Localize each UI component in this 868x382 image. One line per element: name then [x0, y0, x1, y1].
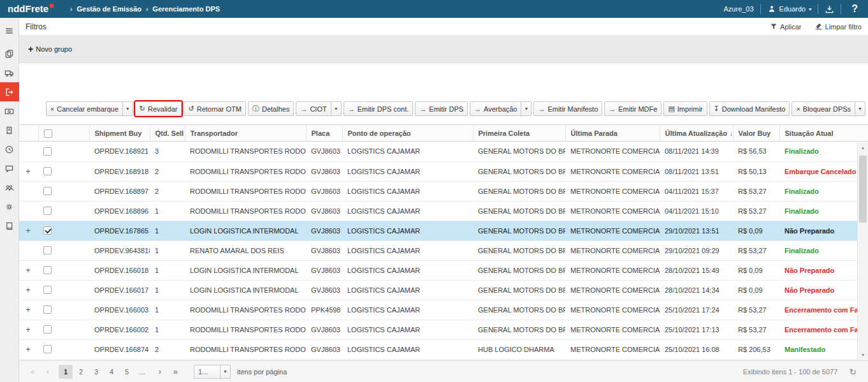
sidebar-item-mensagens[interactable] [0, 159, 19, 178]
expand-row-icon[interactable]: + [24, 265, 32, 275]
apply-filter-button[interactable]: Aplicar [770, 23, 802, 31]
next-page-button[interactable]: › [153, 365, 167, 379]
last-page-button[interactable]: » [168, 365, 182, 379]
imprimir-button[interactable]: ▤ Imprimir [663, 101, 707, 116]
chevron-down-icon[interactable]: ▼ [122, 102, 133, 115]
cell-transportador: LOGIN LOGISTICA INTERMODAL [185, 260, 306, 280]
revalidar-button[interactable]: ↻ Revalidar [135, 101, 182, 116]
table-row[interactable]: + OPRDEV.168897 2 RODOMILLI TRANSPORTES … [19, 181, 857, 201]
table-row[interactable]: + OPRDEV.168918 2 RODOMILLI TRANSPORTES … [19, 161, 857, 181]
page-number-button[interactable]: 5 [120, 365, 134, 379]
retornar-otm-button[interactable]: ↺ Retornar OTM [184, 101, 246, 116]
row-checkbox[interactable] [43, 147, 52, 156]
page-number-button[interactable]: 1 [59, 365, 73, 379]
emitir-dps-cont-button[interactable]: → Emitir DPS cont. [344, 101, 414, 116]
clear-filter-button[interactable]: Limpar filtro [814, 22, 862, 31]
expand-row-icon[interactable]: + [24, 226, 32, 235]
expand-row-icon[interactable]: + [24, 305, 32, 314]
col-primeira-coleta[interactable]: Primeira Coleta [473, 125, 565, 142]
download-manifesto-button[interactable]: ↧ Download Manifesto [709, 101, 790, 116]
row-checkbox[interactable] [43, 325, 52, 334]
sidebar-item-frota[interactable] [0, 63, 19, 82]
row-checkbox[interactable] [43, 187, 52, 195]
scroll-down-icon[interactable]: ▼ [858, 349, 868, 360]
sidebar-item-pagamentos[interactable] [0, 101, 19, 121]
table-row[interactable]: + OPRDEV.96438180 1 RENATO AMARAL DOS RE… [19, 240, 857, 260]
chevron-down-icon[interactable]: ▼ [855, 102, 865, 115]
cell-placa: GVJ8603 [306, 161, 342, 181]
first-page-button[interactable]: « [25, 365, 40, 379]
sidebar-item-usuarios[interactable] [0, 178, 19, 197]
row-checkbox[interactable] [43, 286, 52, 294]
table-row[interactable]: + OPRDEV.166002 1 RODOMILLI TRANSPORTES … [19, 320, 857, 339]
col-transportador[interactable]: Transportador [185, 125, 306, 142]
sidebar-menu-toggle[interactable] [0, 21, 19, 40]
cell-situacao-atual: Encerramento com Falha [779, 300, 857, 320]
page-number-button[interactable]: 3 [89, 365, 103, 379]
chevron-down-icon[interactable]: ▼ [331, 102, 341, 115]
page-number-button[interactable]: 4 [105, 365, 119, 379]
row-checkbox[interactable] [43, 305, 52, 314]
table-row[interactable]: + OPRDEV.166018 1 LOGIN LOGISTICA INTERM… [19, 260, 857, 280]
emitir-mdfe-button[interactable]: → Emitir MDFe [604, 101, 662, 116]
cell-situacao-atual: Finalizado [779, 201, 857, 221]
sidebar-item-historico[interactable] [0, 140, 19, 159]
help-button[interactable]: ? [848, 3, 862, 15]
col-situacao-atual[interactable]: Situação Atual [779, 125, 857, 142]
col-qtd-sell[interactable]: Qtd. Sell [150, 125, 185, 142]
cell-shipment-buy: OPRDEV.168918 [89, 161, 150, 181]
row-checkbox[interactable] [43, 167, 52, 175]
new-group-button[interactable]: Novo grupo [28, 44, 72, 54]
breadcrumb-gerenciamento-dps[interactable]: Gerenciamento DPS [152, 5, 220, 13]
page-size-select[interactable]: 1... ▼ [194, 365, 231, 379]
refresh-icon[interactable]: ↻ [849, 367, 857, 377]
sidebar-item-documents[interactable] [0, 44, 19, 63]
col-ponto-operacao[interactable]: Ponto de operação [342, 125, 473, 142]
col-shipment-buy[interactable]: Shipment Buy [89, 125, 150, 142]
sidebar-item-relatorios[interactable] [0, 216, 19, 235]
sidebar-item-gestao-emissao[interactable] [0, 82, 19, 101]
table-row[interactable]: + OPRDEV.168896 1 RODOMILLI TRANSPORTES … [19, 201, 857, 221]
expand-row-icon[interactable]: + [24, 285, 32, 295]
col-ultima-parada[interactable]: Última Parada [565, 125, 660, 142]
table-row[interactable]: + OPRDEV.167865 1 LOGIN LOGISTICA INTERM… [19, 221, 857, 240]
detalhes-button[interactable]: ⓘ Detalhes [248, 101, 294, 116]
breadcrumb-gestao-emissao[interactable]: Gestão de Emissão [77, 5, 142, 13]
table-row[interactable]: + OPRDEV.166874 2 RODOMILLI TRANSPORTES … [19, 339, 857, 359]
bloquear-dpss-button[interactable]: × Bloquear DPSs ▼ [792, 101, 865, 116]
user-menu[interactable]: Eduardo ▾ [767, 4, 812, 13]
scroll-up-icon[interactable]: ▲ [858, 142, 868, 152]
sidebar-item-notas[interactable] [0, 121, 19, 140]
chevron-right-icon: › [70, 6, 72, 13]
row-checkbox[interactable] [43, 226, 52, 235]
col-ultima-atualizacao[interactable]: Última Atualização↓ [660, 125, 733, 142]
emitir-manifesto-button[interactable]: → Emitir Manifesto [533, 101, 602, 116]
row-checkbox[interactable] [43, 345, 52, 353]
expand-row-icon[interactable]: + [24, 344, 32, 354]
table-row[interactable]: + OPRDEV.166003 1 RODOMILLI TRANSPORTES … [19, 300, 857, 320]
expand-row-icon[interactable]: + [24, 166, 32, 176]
emitir-dps-button[interactable]: → Emitir DPS [415, 101, 468, 116]
chevron-down-icon[interactable]: ▼ [521, 102, 531, 115]
page-number-button[interactable]: ... [135, 365, 149, 379]
row-checkbox[interactable] [43, 207, 52, 215]
table-row[interactable]: + OPRDEV.166017 1 LOGIN LOGISTICA INTERM… [19, 280, 857, 300]
select-all-checkbox[interactable] [44, 129, 52, 138]
row-checkbox[interactable] [43, 246, 52, 254]
app-logo[interactable]: nddFrete [8, 3, 54, 15]
row-checkbox[interactable] [43, 266, 52, 274]
averbacao-button[interactable]: → Averbação ▼ [470, 101, 532, 116]
download-button[interactable] [825, 4, 834, 14]
sidebar-item-configuracoes[interactable] [0, 197, 19, 216]
table-row[interactable]: + OPRDEV.168921 3 RODOMILLI TRANSPORTES … [19, 142, 857, 161]
scrollbar-thumb[interactable] [859, 156, 867, 223]
col-placa[interactable]: Placa [306, 125, 342, 142]
cell-qtd-sell: 2 [150, 339, 185, 359]
cancelar-embarque-button[interactable]: × Cancelar embarque ▼ [46, 101, 133, 116]
col-valor-buy[interactable]: Valor Buy [733, 125, 779, 142]
prev-page-button[interactable]: ‹ [41, 365, 55, 379]
ciot-button[interactable]: → CIOT ▼ [296, 101, 341, 116]
expand-row-icon[interactable]: + [24, 325, 32, 334]
vertical-scrollbar[interactable]: ▲ ▼ [857, 142, 868, 360]
page-number-button[interactable]: 2 [74, 365, 88, 379]
